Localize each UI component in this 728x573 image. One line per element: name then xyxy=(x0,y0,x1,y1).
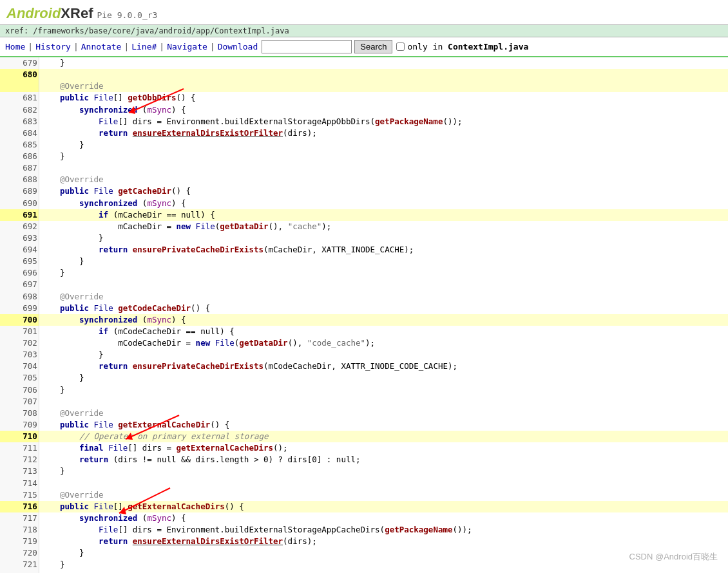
header-logo: Android XRef Pie 9.0.0_r3 xyxy=(0,0,728,24)
table-row: 703 } xyxy=(0,349,728,361)
table-row: 684 return ensureExternalDirsExistOrFilt… xyxy=(0,127,728,139)
table-row: 685 } xyxy=(0,139,728,151)
method-link-getPackageName1[interactable]: getPackageName xyxy=(375,117,443,126)
search-button[interactable]: Search xyxy=(354,40,392,53)
table-row: 701 if (mCodeCacheDir == null) { xyxy=(0,326,728,337)
table-row: 707 xyxy=(0,396,728,408)
nav-history[interactable]: History xyxy=(35,42,71,52)
table-row: 698 @Override xyxy=(0,291,728,303)
param-link-mSync3[interactable]: mSync xyxy=(147,315,171,324)
table-row: 689 public File getCacheDir() { xyxy=(0,185,728,197)
logo-xref: XRef xyxy=(61,5,93,22)
table-row: 686 } xyxy=(0,151,728,162)
table-row: 717 synchronized (mSync) { xyxy=(0,512,728,524)
table-row: 693 } xyxy=(0,232,728,244)
table-row: 702 mCodeCacheDir = new File(getDataDir(… xyxy=(0,337,728,349)
watermark: CSDN @Android百晓生 xyxy=(629,551,718,563)
table-row: 709 public File getExternalCacheDir() { xyxy=(0,419,728,431)
table-row: 721 } xyxy=(0,559,728,570)
table-row: 711 final File[] dirs = getExternalCache… xyxy=(0,442,728,454)
method-link-getDataDir2[interactable]: getDataDir xyxy=(239,338,287,348)
table-row: 718 File[] dirs = Environment.buildExter… xyxy=(0,524,728,536)
method-link-ensureExternal2[interactable]: ensureExternalDirsExistOrFilter xyxy=(133,536,283,546)
table-row: 716 public File[] getExternalCacheDirs()… xyxy=(0,501,728,512)
table-row: 714 xyxy=(0,478,728,489)
table-row: 687 xyxy=(0,162,728,174)
method-link-getCacheDir[interactable]: getCacheDir xyxy=(118,186,171,196)
breadcrumb: xref: /frameworks/base/core/java/android… xyxy=(0,24,728,37)
nav-annotate[interactable]: Annotate xyxy=(81,42,122,52)
method-link-getCodeCacheDir[interactable]: getCodeCacheDir xyxy=(118,303,191,313)
table-row: 700 synchronized (mSync) { xyxy=(0,314,728,326)
table-row: 683 File[] dirs = Environment.buildExter… xyxy=(0,116,728,127)
nav-home[interactable]: Home xyxy=(5,42,25,52)
table-row: 710 // Operates on primary external stor… xyxy=(0,431,728,442)
table-row: 681 public File[] getObbDirs() { xyxy=(0,92,728,104)
method-link-getObbDirs[interactable]: getObbDirs xyxy=(128,93,176,102)
table-row: 708 @Override xyxy=(0,408,728,419)
table-row: 679 } xyxy=(0,57,728,69)
table-row: 705 } xyxy=(0,372,728,384)
table-row: 704 return ensurePrivateCacheDirExists(m… xyxy=(0,361,728,372)
only-checkbox[interactable] xyxy=(396,42,405,51)
nav-navigate[interactable]: Navigate xyxy=(167,42,207,52)
table-row: 715 @Override xyxy=(0,489,728,501)
logo-version: Pie 9.0.0_r3 xyxy=(97,10,157,20)
table-row: 692 mCacheDir = new File(getDataDir(), "… xyxy=(0,221,728,232)
method-link-getDataDir1[interactable]: getDataDir xyxy=(220,221,268,231)
method-link-getExternalCacheDir[interactable]: getExternalCacheDir xyxy=(118,420,210,429)
method-link-ensurePrivate2[interactable]: ensurePrivateCacheDirExists xyxy=(133,361,263,371)
method-link-getExtCacheDirs2[interactable]: getExternalCacheDirs xyxy=(128,502,225,511)
nav-bar: Home | History | Annotate | Line# | Navi… xyxy=(0,37,728,57)
method-link-getExtCacheDirs[interactable]: getExternalCacheDirs xyxy=(177,443,274,453)
table-row: 680 @Override xyxy=(0,69,728,92)
table-row: 713 } xyxy=(0,465,728,477)
table-row: 697 xyxy=(0,279,728,290)
table-row: 691 if (mCacheDir == null) { xyxy=(0,209,728,221)
method-link-ensurePrivate1[interactable]: ensurePrivateCacheDirExists xyxy=(133,245,263,254)
table-row: 722 xyxy=(0,571,728,574)
logo-android: Android xyxy=(6,5,61,22)
code-table: 679 } 680 @Override 681 public File[] ge… xyxy=(0,57,728,573)
table-row: 695 } xyxy=(0,256,728,267)
code-area: 679 } 680 @Override 681 public File[] ge… xyxy=(0,57,728,573)
param-link-mSync[interactable]: mSync xyxy=(147,105,171,115)
method-link-ensureExternal1[interactable]: ensureExternalDirsExistOrFilter xyxy=(133,128,283,138)
only-label: only in ContextImpl.java xyxy=(407,42,528,52)
method-link-getPackageName2[interactable]: getPackageName xyxy=(385,525,452,534)
table-row: 699 public File getCodeCacheDir() { xyxy=(0,303,728,314)
table-row: 706 } xyxy=(0,384,728,396)
table-row: 688 @Override xyxy=(0,174,728,185)
table-row: 719 return ensureExternalDirsExistOrFilt… xyxy=(0,536,728,547)
table-row: 682 synchronized (mSync) { xyxy=(0,104,728,116)
search-input[interactable] xyxy=(262,40,352,53)
table-row: 720 } xyxy=(0,547,728,559)
param-link-mSync4[interactable]: mSync xyxy=(147,513,171,523)
nav-download[interactable]: Download xyxy=(218,42,258,52)
table-row: 690 synchronized (mSync) { xyxy=(0,198,728,209)
table-row: 696 } xyxy=(0,267,728,279)
nav-linenum[interactable]: Line# xyxy=(131,42,157,52)
table-row: 712 return (dirs != null && dirs.length … xyxy=(0,454,728,465)
param-link-mSync2[interactable]: mSync xyxy=(147,198,171,208)
table-row: 694 return ensurePrivateCacheDirExists(m… xyxy=(0,244,728,256)
